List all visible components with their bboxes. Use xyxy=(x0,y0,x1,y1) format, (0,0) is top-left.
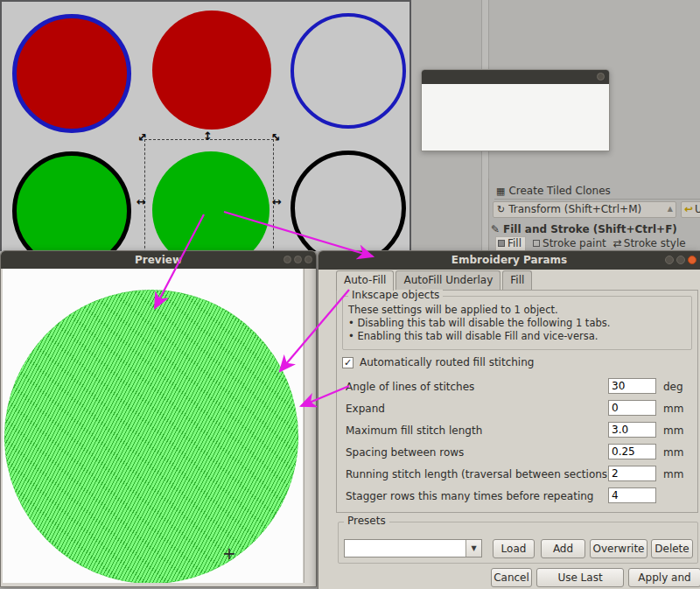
use-last-settings-button[interactable]: Use Last Settings xyxy=(536,568,624,587)
embroidery-params-dialog: Embroidery Params Auto-Fill AutoFill Und… xyxy=(318,250,700,589)
circle-unfilled-blue-stroke[interactable] xyxy=(290,13,406,129)
dock-item-create-tiled-clones[interactable]: ▦Create Tiled Clones xyxy=(496,185,611,197)
presets-title: Presets xyxy=(344,515,389,527)
row-spacing-input[interactable] xyxy=(608,444,656,459)
auto-fill-checkbox[interactable]: ✓ xyxy=(342,357,354,368)
crosshair-cursor-icon: + xyxy=(222,545,236,562)
param-row: Running stitch length (traversal between… xyxy=(337,466,696,483)
param-label: Angle of lines of stitches xyxy=(346,381,474,393)
info-line: • Disabling this tab will disable the fo… xyxy=(348,317,610,330)
circle-red-blue-stroke[interactable] xyxy=(12,14,131,133)
tab-label: Stroke style xyxy=(624,237,686,249)
tab-autofill-underlay[interactable]: AutoFill Underlay xyxy=(396,270,500,290)
max-stitch-length-input[interactable] xyxy=(608,422,656,438)
stroke-paint-icon xyxy=(533,240,540,247)
dialog-title: Embroidery Params xyxy=(452,254,567,266)
expand-input[interactable] xyxy=(608,400,656,416)
stagger-rows-input[interactable] xyxy=(608,487,656,503)
overwrite-button[interactable]: Overwrite xyxy=(590,539,648,558)
floating-window xyxy=(421,69,610,151)
angle-input[interactable] xyxy=(608,378,656,394)
apply-and-quit-button[interactable]: Apply and Quit xyxy=(628,568,700,587)
add-button[interactable]: Add xyxy=(541,539,585,558)
tiled-clones-icon: ▦ xyxy=(496,186,505,197)
checkbox-label: Automatically routed fill stitching xyxy=(360,356,534,368)
tab-fill[interactable]: Fill xyxy=(502,270,532,290)
dock-item-label: Transform (Shift+Ctrl+M) xyxy=(508,203,641,215)
param-label: Running stitch length (traversal between… xyxy=(346,468,612,480)
scale-handle-top-right-icon[interactable]: ↔ xyxy=(269,130,284,144)
dock-separator xyxy=(494,199,700,200)
dock-item-fill-and-stroke[interactable]: ✎Fill and Stroke (Shift+Ctrl+F) xyxy=(491,223,677,235)
circle-green-black-stroke[interactable] xyxy=(12,151,131,251)
dock-item-label: Undo His xyxy=(695,203,700,215)
param-unit: mm xyxy=(663,424,683,437)
load-button[interactable]: Load xyxy=(493,539,535,558)
param-unit: mm xyxy=(663,446,683,459)
preview-canvas: + xyxy=(3,269,303,583)
tab-label: Fill xyxy=(508,237,522,249)
delete-button[interactable]: Delete xyxy=(651,539,693,558)
dialog-body: Auto-Fill AutoFill Underlay Fill Inkscap… xyxy=(318,270,700,589)
tab-auto-fill[interactable]: Auto-Fill xyxy=(336,270,394,291)
dialog-tabs: Auto-Fill AutoFill Underlay Fill xyxy=(336,270,534,291)
close-icon[interactable] xyxy=(304,256,312,263)
stroke-style-icon: ⇄ xyxy=(613,237,622,249)
circle-unfilled-black-stroke[interactable] xyxy=(290,151,406,251)
param-row: Angle of lines of stitches deg xyxy=(337,378,696,396)
maximize-icon[interactable] xyxy=(294,256,302,263)
param-row: Spacing between rows mm xyxy=(337,444,696,461)
circle-red[interactable] xyxy=(152,11,271,130)
preview-scrollbar[interactable] xyxy=(304,269,315,583)
tab-label: Stroke paint xyxy=(542,237,606,249)
close-icon[interactable] xyxy=(688,256,696,264)
param-unit: deg xyxy=(663,381,683,393)
inkscape-canvas[interactable]: ↔ ↕ ↔ ↔ ↔ xyxy=(0,0,411,251)
group-title: Inkscape objects xyxy=(348,289,443,301)
inkscape-objects-group: Inkscape objects These settings will be … xyxy=(342,296,692,350)
minimize-icon[interactable] xyxy=(284,256,291,263)
param-row: Expand mm xyxy=(337,400,696,417)
tab-stroke-paint[interactable]: Stroke paint xyxy=(526,237,606,249)
running-stitch-input[interactable] xyxy=(608,466,656,481)
maximize-icon[interactable] xyxy=(676,256,685,264)
info-line: • Enabling this tab will disable Fill an… xyxy=(348,330,610,343)
info-line: These settings will be applied to 1 obje… xyxy=(348,304,610,317)
tab-stroke-style[interactable]: ⇄Stroke style xyxy=(606,237,686,249)
close-icon[interactable] xyxy=(597,73,605,81)
chevron-down-icon[interactable]: ▼ xyxy=(466,540,481,557)
scale-handle-top-icon[interactable]: ↕ xyxy=(203,130,213,142)
tab-page-auto-fill: Inkscape objects These settings will be … xyxy=(336,290,698,513)
param-label: Expand xyxy=(346,403,385,415)
scale-handle-top-left-icon[interactable]: ↔ xyxy=(135,130,150,144)
fill-swatch-icon xyxy=(498,240,505,247)
fill-stroke-tabs: FillStroke paint⇄Stroke style xyxy=(495,237,686,249)
preview-titlebar[interactable]: Preview xyxy=(1,251,316,269)
dock-item-label: Fill and Stroke (Shift+Ctrl+F) xyxy=(503,223,677,235)
param-unit: mm xyxy=(663,468,683,480)
param-label: Maximum fill stitch length xyxy=(346,424,482,437)
dock-item-undo-history[interactable]: ↩Undo His xyxy=(681,201,700,218)
preview-window: Preview + xyxy=(0,250,317,587)
floating-window-titlebar[interactable] xyxy=(422,70,609,84)
selection-bounding-box: ↔ ↕ ↔ ↔ ↔ xyxy=(144,139,274,251)
transform-icon: ↻ xyxy=(497,204,505,215)
param-row: Maximum fill stitch length mm xyxy=(337,422,696,439)
param-label: Spacing between rows xyxy=(346,446,464,459)
dock-item-label: Create Tiled Clones xyxy=(508,185,610,197)
preset-combobox[interactable]: ▼ xyxy=(344,539,482,557)
fill-stroke-icon: ✎ xyxy=(491,223,500,235)
undo-history-icon: ↩ xyxy=(684,203,693,215)
minimize-icon[interactable] xyxy=(665,256,674,264)
cancel-button[interactable]: Cancel xyxy=(491,568,532,587)
scale-handle-right-icon[interactable]: ↔ xyxy=(272,196,282,207)
dock-item-transform[interactable]: ↻Transform (Shift+Ctrl+M)▲ xyxy=(493,201,676,218)
collapse-arrow-icon[interactable]: ▲ xyxy=(668,205,673,213)
param-unit: mm xyxy=(663,403,683,415)
scale-handle-left-icon[interactable]: ↔ xyxy=(136,196,146,207)
inkscape-dialog-dock: ▦Create Tiled Clones ↻Transform (Shift+C… xyxy=(488,179,700,250)
dialog-titlebar[interactable]: Embroidery Params xyxy=(318,251,700,270)
stitched-circle-preview xyxy=(4,290,298,583)
preview-title: Preview xyxy=(135,254,182,266)
param-row: Stagger rows this many times before repe… xyxy=(337,487,696,505)
